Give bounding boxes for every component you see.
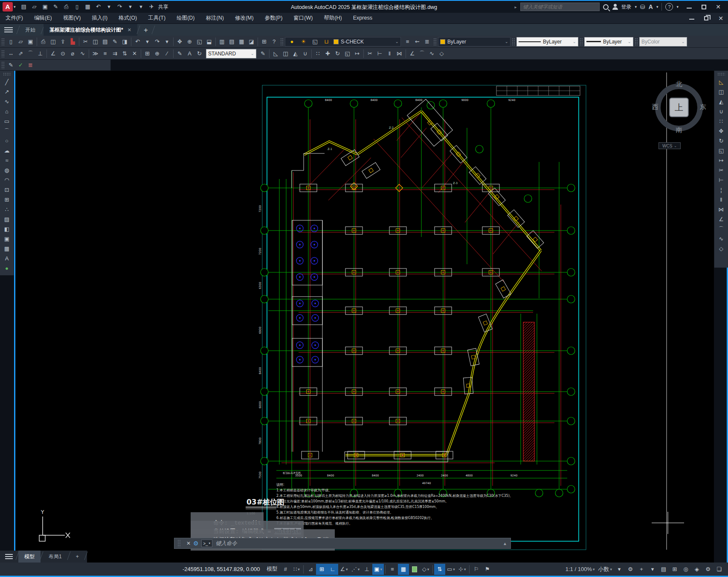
login-dropdown-icon[interactable]: ▾	[635, 5, 637, 9]
share-icon[interactable]: ✈	[147, 2, 157, 12]
plot-icon[interactable]: ⎙	[62, 2, 71, 12]
isodraft-icon[interactable]: ⋰▾	[350, 564, 362, 575]
layer-states-manager-icon[interactable]: ≣	[422, 37, 432, 47]
table-icon[interactable]: ▦	[1, 244, 12, 254]
new-layout-button[interactable]: +	[70, 551, 85, 563]
help-dropdown-icon[interactable]: ▾	[676, 5, 679, 9]
hatch-icon[interactable]: ▨	[1, 214, 12, 224]
snap-mode-icon[interactable]: ∷▾	[291, 564, 302, 575]
publish-icon[interactable]: ⇪	[58, 37, 68, 47]
erase-icon[interactable]: ◺	[716, 77, 727, 87]
customization-gear-icon[interactable]: ⚙	[702, 564, 713, 575]
ellipse-arc-icon[interactable]: ◠	[1, 175, 12, 185]
menu-item-9[interactable]: 参数(P)	[259, 13, 288, 23]
xline-icon[interactable]: ↗	[1, 87, 12, 97]
break-icon[interactable]: ‖	[385, 49, 394, 59]
extend-icon[interactable]: ⊢	[716, 175, 727, 185]
polygon-icon[interactable]: ⌂	[1, 107, 12, 116]
doc-restore-button[interactable]	[699, 13, 713, 24]
move-icon[interactable]: ✥	[716, 126, 727, 136]
wcs-control[interactable]: WCS⌄	[658, 142, 681, 149]
dwf-icon[interactable]: ▙	[68, 37, 78, 47]
dim-radius-icon[interactable]: ⊙	[58, 49, 68, 59]
spline-icon[interactable]: ≈	[1, 156, 12, 165]
autoscale-icon[interactable]: ⚑	[482, 564, 493, 575]
rotate-icon[interactable]: ↻	[716, 136, 727, 146]
layer-vpfreeze-icon[interactable]: ◱	[310, 37, 320, 47]
array-icon[interactable]: ∷	[716, 116, 727, 126]
gizmo-icon[interactable]: ⊹▾	[457, 564, 468, 575]
selection-cycling-icon[interactable]	[409, 564, 420, 575]
spell-check-icon[interactable]: ✓	[16, 60, 26, 70]
menu-item-6[interactable]: 绘图(D)	[171, 13, 200, 23]
layer-thaw-icon[interactable]: ☀	[299, 37, 308, 47]
ellipse-icon[interactable]: ◍	[1, 165, 12, 175]
new-icon[interactable]: ▯	[6, 37, 16, 47]
break-at-point-icon[interactable]: ¦	[716, 185, 727, 195]
save-icon[interactable]: ▣	[41, 2, 50, 12]
explode-icon[interactable]: ◇	[437, 49, 447, 59]
qdim-icon[interactable]: ≫	[90, 49, 100, 59]
rotate-icon[interactable]: ↻	[333, 49, 342, 59]
redo-icon[interactable]: ↷	[115, 2, 125, 12]
model-space-label[interactable]: 模型	[264, 565, 280, 573]
layer-merge-icon[interactable]: ≣	[26, 60, 35, 70]
command-input-bar[interactable]: ✕ ⚙ >_▾ 键入命令 ▲	[174, 538, 511, 549]
selection-filter-icon[interactable]: ▭▾	[445, 564, 457, 575]
spline-edit-icon[interactable]: ∿	[716, 234, 727, 244]
dim-oblique-icon[interactable]: ∕	[162, 49, 172, 59]
mtext-icon[interactable]: A	[1, 254, 12, 263]
make-block-icon[interactable]: ⊞	[1, 195, 12, 205]
menu-item-2[interactable]: 视图(V)	[58, 13, 87, 23]
command-expand-icon[interactable]: ▲	[503, 541, 507, 546]
layer-list-icon[interactable]: ▦	[237, 37, 247, 47]
menu-item-10[interactable]: 窗口(W)	[288, 13, 318, 23]
menu-item-0[interactable]: 文件(F)	[0, 13, 29, 23]
dim-continue-icon[interactable]: ⇉	[110, 49, 120, 59]
dynamic-ucs-icon[interactable]: ⇅	[434, 564, 445, 575]
layout-menu-icon[interactable]	[2, 554, 16, 559]
menu-item-3[interactable]: 插入(I)	[86, 13, 113, 23]
command-close-icon[interactable]: ✕	[186, 540, 191, 546]
open-icon[interactable]: ▱	[16, 37, 26, 47]
join-icon[interactable]: ⋈	[716, 205, 727, 214]
scale-icon[interactable]: ◱	[716, 146, 727, 156]
units-control[interactable]: 小数▾	[596, 564, 614, 575]
color-combo[interactable]: ByLayer⌄	[438, 37, 510, 46]
lineweight-icon[interactable]: ≡	[387, 564, 398, 575]
gradient-icon[interactable]: ◧	[1, 224, 12, 234]
dim-linear-icon[interactable]: ↔	[6, 49, 16, 59]
menu-item-12[interactable]: Express	[348, 13, 378, 23]
scale-icon[interactable]: ◱	[342, 49, 352, 59]
arc-icon[interactable]: ⌒	[1, 126, 12, 136]
region-icon[interactable]: ▣	[1, 234, 12, 244]
command-input-placeholder[interactable]: 键入命令	[216, 540, 237, 547]
line-icon[interactable]: ╱	[1, 77, 12, 87]
isolate-objects-icon[interactable]: ◎	[680, 564, 691, 575]
undo-icon[interactable]: ↶	[133, 37, 142, 47]
help-icon[interactable]: ?	[269, 37, 279, 47]
new-tab-button[interactable]: +	[139, 25, 152, 36]
copy-icon[interactable]: ◫	[281, 49, 290, 59]
dim-diameter-icon[interactable]: ⌀	[68, 49, 78, 59]
compass-north[interactable]: 北	[675, 80, 683, 88]
quick-properties-icon[interactable]: ▤	[658, 564, 669, 575]
annotation-scale-control[interactable]: 1:1 / 100%▾	[564, 564, 597, 575]
drawing-canvas[interactable]: 8400840084009000924072007200630069008400…	[15, 71, 714, 563]
graphics-perf-icon[interactable]: ◈	[691, 564, 702, 575]
layer-previous-icon[interactable]: ⇜	[412, 37, 422, 47]
dimstyle-icon[interactable]: ✎	[258, 49, 268, 59]
account-icon[interactable]	[612, 4, 618, 10]
open-file-icon[interactable]: ▱	[30, 2, 39, 12]
fillet-icon[interactable]: ⌒	[716, 224, 727, 234]
stretch-icon[interactable]: ↦	[352, 49, 362, 59]
revcloud-icon[interactable]: ☁	[1, 146, 12, 156]
infer-constraints-icon[interactable]: ⊿	[305, 564, 316, 575]
tolerance-icon[interactable]: ⊞	[142, 49, 152, 59]
tab-start[interactable]: 开始	[19, 24, 41, 36]
tab-menu-icon[interactable]	[0, 24, 17, 36]
menu-item-4[interactable]: 格式(O)	[113, 13, 142, 23]
menu-item-1[interactable]: 编辑(E)	[29, 13, 58, 23]
make-object-layer-current-icon[interactable]: ≡	[403, 37, 412, 47]
autodesk-a-icon[interactable]: A	[649, 3, 653, 10]
